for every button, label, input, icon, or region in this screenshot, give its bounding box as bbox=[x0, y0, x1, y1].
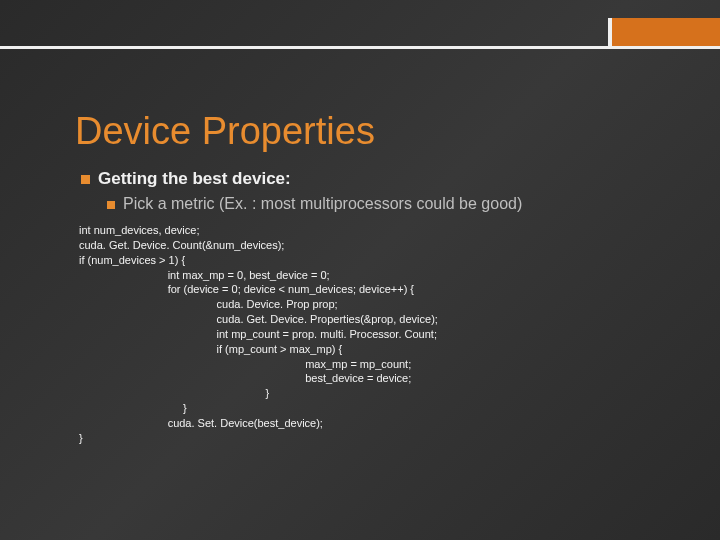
bullet-2-text: Pick a metric (Ex. : most multiprocessor… bbox=[123, 195, 522, 213]
bullet-1-text: Getting the best device: bbox=[98, 169, 291, 189]
accent-line bbox=[0, 46, 720, 49]
bullet-level-2: Pick a metric (Ex. : most multiprocessor… bbox=[107, 195, 660, 213]
bullet-square-icon bbox=[81, 175, 90, 184]
bullet-level-1: Getting the best device: bbox=[81, 169, 660, 189]
bullet-square-icon bbox=[107, 201, 115, 209]
accent-bar bbox=[608, 18, 720, 46]
code-block: int num_devices, device; cuda. Get. Devi… bbox=[79, 223, 660, 446]
slide-content: Device Properties Getting the best devic… bbox=[75, 110, 660, 446]
slide-title: Device Properties bbox=[75, 110, 660, 153]
